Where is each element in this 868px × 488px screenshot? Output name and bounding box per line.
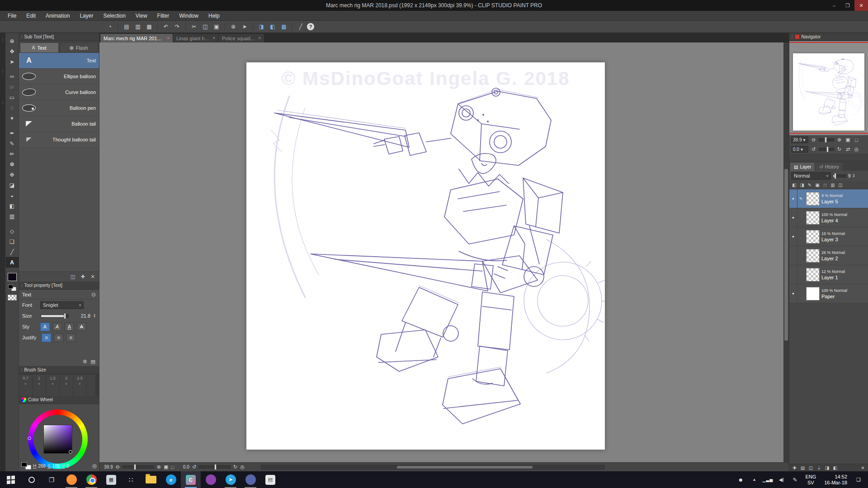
new-layer-icon[interactable]: ✚	[792, 465, 797, 470]
taskbar-firefox[interactable]	[61, 471, 81, 488]
help-icon[interactable]: ?	[307, 23, 314, 30]
layer-palette-icon[interactable]: ◫	[837, 183, 844, 188]
minimize-button[interactable]: –	[827, 0, 841, 11]
volume-icon[interactable]: ◀)	[774, 471, 788, 488]
navigator-zoom-value[interactable]: 39.9 ▾	[791, 136, 808, 143]
spin-down-icon[interactable]: ▼	[93, 316, 96, 318]
frame-tool[interactable]: ❏	[6, 236, 19, 247]
main-sub-color-swatch[interactable]	[21, 462, 31, 469]
object-select-button[interactable]: ➤	[240, 22, 250, 31]
taskbar-discord[interactable]	[241, 471, 260, 488]
nav-fit-icon[interactable]: ▣	[844, 137, 851, 143]
fit-screen-icon[interactable]: ▣	[164, 464, 168, 470]
nav-zoom-in-icon[interactable]: ⊕	[836, 137, 843, 143]
redo-button[interactable]: ↷	[172, 22, 182, 31]
delete-layer-icon[interactable]: ✕	[860, 465, 866, 470]
decoration-tool[interactable]: ❉	[6, 169, 19, 180]
fill-tool[interactable]: ◧	[6, 201, 19, 211]
size-value[interactable]: 21.8	[81, 313, 90, 319]
transparent-color-swatch[interactable]	[8, 295, 17, 300]
eyedropper-tool[interactable]: ✑	[6, 71, 19, 82]
taskbar-calculator[interactable]: ▦	[101, 471, 121, 488]
taskbar-apps-grid[interactable]: ∷	[121, 471, 141, 488]
justify-center-button[interactable]: ≡	[54, 333, 63, 342]
navigator-rotation-value[interactable]: 0.0 ▾	[791, 146, 808, 153]
rotate-cw-icon[interactable]: ↻	[233, 464, 237, 470]
document-tab-active[interactable]: Marc mech rig MAR 2018.psd ×	[100, 34, 173, 42]
taskbar-file-explorer[interactable]	[141, 471, 161, 488]
menu-view[interactable]: View	[131, 13, 152, 19]
brush-preset-1.5[interactable]: 1.5	[46, 375, 60, 396]
gradient-tool[interactable]: ▥	[6, 211, 19, 221]
navigator-preview[interactable]	[789, 41, 868, 135]
taskbar-telegram[interactable]: ➤	[221, 471, 241, 488]
size-slider[interactable]	[41, 314, 69, 318]
visibility-eye-icon[interactable]: ●	[789, 208, 797, 227]
merge-down-icon[interactable]: ⇣	[816, 465, 822, 470]
size-stepper[interactable]: ▲ ▼	[93, 314, 96, 318]
search-button[interactable]	[22, 471, 42, 488]
user-icon[interactable]: ☻	[734, 471, 747, 488]
pen-tool[interactable]: ✒	[6, 128, 19, 138]
layer-mask-icon[interactable]: ◨	[799, 183, 805, 188]
cut-button[interactable]: ✂	[189, 22, 199, 31]
clock[interactable]: 14:52 16-Mar-18	[820, 474, 852, 486]
nav-reset-icon[interactable]: ◎	[853, 146, 860, 152]
pencil-tool[interactable]: ✎	[6, 138, 19, 149]
layer-row-layer5[interactable]: ● ✎ 9 % NormalLayer 5	[789, 189, 868, 208]
font-dropdown[interactable]: Sniglet ▾	[40, 301, 84, 309]
operation-tool[interactable]: ➤	[6, 56, 19, 67]
layer-thumbnail[interactable]	[806, 211, 820, 225]
move-tool[interactable]: ✥	[6, 46, 19, 56]
network-icon[interactable]: ▁▃▅	[761, 471, 774, 488]
layer-opacity-slider[interactable]	[833, 174, 846, 178]
fit-100-icon[interactable]: □	[171, 465, 174, 470]
delete-subtool-button[interactable]: ✕	[89, 274, 96, 280]
start-button[interactable]	[0, 471, 22, 488]
layer-row-layer3[interactable]: ● 19 % NormalLayer 3	[789, 227, 868, 246]
visibility-eye-toggle[interactable]	[789, 246, 797, 265]
layer-name[interactable]: Layer 2	[821, 256, 845, 261]
action-center-icon[interactable]: ❑	[852, 471, 865, 488]
snap-ruler-button[interactable]: ◨	[256, 22, 266, 31]
canvas-horizontal-scrollbar[interactable]	[261, 465, 604, 469]
tab-flash[interactable]: ◍ Flash	[60, 42, 99, 52]
canvas-viewport[interactable]: © MsDinoGoat Ingela G. 2018	[99, 42, 783, 462]
style-normal-button[interactable]: A	[40, 323, 50, 331]
document-tab-3[interactable]: Police squad M ×	[219, 34, 264, 42]
navigator-header[interactable]: ⁞ Navigator	[789, 33, 868, 41]
undo-button[interactable]: ↶	[161, 22, 171, 31]
chevron-up-icon[interactable]: ▲	[747, 471, 761, 488]
pen-input-icon[interactable]: ✎	[788, 471, 802, 488]
value-label[interactable]: V	[61, 464, 65, 469]
default-colors-swatch[interactable]	[8, 285, 16, 291]
figure-tool[interactable]: ◇	[6, 226, 19, 236]
lock-transparent-icon[interactable]: □	[822, 183, 828, 188]
layer-thumbnail[interactable]	[806, 268, 820, 282]
justify-left-button[interactable]: ≡	[42, 333, 51, 342]
foreground-color-swatch[interactable]	[8, 273, 17, 281]
spin-down-icon[interactable]: ▼	[853, 176, 855, 178]
csp-logo-icon[interactable]: ◔	[105, 22, 115, 31]
nav-rotate-ccw-icon[interactable]: ↺	[810, 146, 817, 152]
nav-flip-icon[interactable]: ⇄	[844, 146, 851, 152]
save-button[interactable]: ▦	[144, 22, 154, 31]
lasso-tool[interactable]: ◌	[6, 103, 19, 113]
layer-row-layer1[interactable]: 12 % NormalLayer 1	[789, 265, 868, 284]
hue-marker[interactable]	[28, 436, 31, 440]
brush-preset-2.5[interactable]: 2.5	[73, 375, 87, 396]
sub-tool-item-thought-balloon-tail[interactable]: Thought balloon tail	[19, 132, 99, 148]
visibility-eye-icon[interactable]: ●	[789, 189, 797, 208]
nav-100-icon[interactable]: □	[853, 137, 860, 143]
menu-animation[interactable]: Animation	[41, 13, 75, 19]
nav-zoom-out-icon[interactable]: ⊖	[810, 137, 817, 143]
brush-size-scrollbar[interactable]	[95, 375, 99, 396]
nav-zoom-slider[interactable]	[819, 138, 834, 141]
magic-wand-tool[interactable]: ✶	[6, 113, 19, 123]
rotation-value[interactable]: 0.0	[183, 465, 189, 469]
taskbar-chrome[interactable]	[81, 471, 101, 488]
close-tab-icon[interactable]: ×	[258, 36, 261, 41]
saturation-label[interactable]: S	[47, 464, 51, 469]
layer-name[interactable]: Layer 4	[821, 218, 847, 223]
brush-preset-1[interactable]: 1	[33, 375, 46, 396]
